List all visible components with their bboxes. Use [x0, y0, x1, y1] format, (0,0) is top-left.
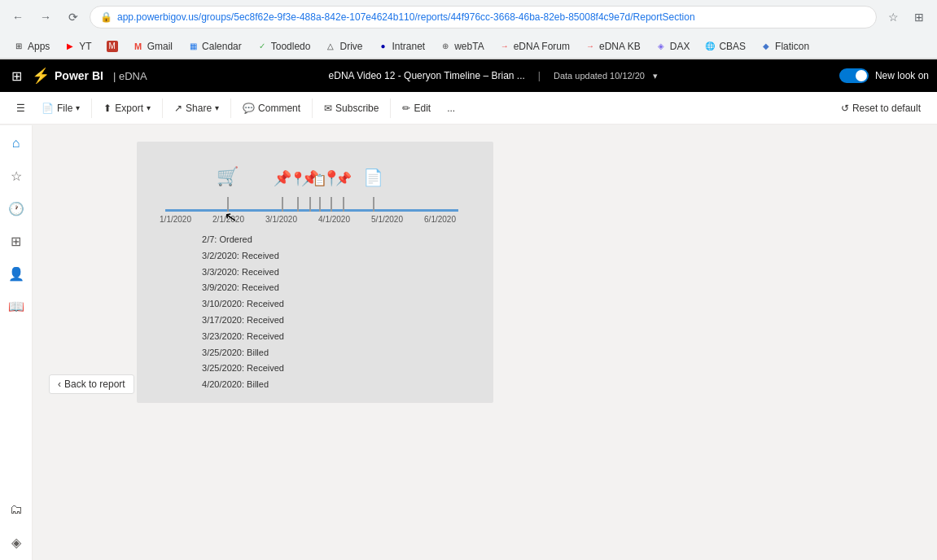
blue-pin-icon-1: 📌 [274, 171, 291, 186]
bookmark-dax[interactable]: ◈ DAX [649, 38, 697, 55]
toolbar-divider-1 [91, 98, 92, 118]
more-options-button[interactable]: ... [440, 99, 462, 117]
data-updated-chevron[interactable]: ▾ [653, 71, 658, 81]
sidebar-item-apps[interactable]: ⊞ [2, 226, 31, 256]
callout-ordered: 2/7: Ordered [202, 232, 477, 248]
share-button[interactable]: ↗ Share ▾ [168, 99, 225, 117]
address-bar[interactable]: 🔒 app.powerbigov.us/groups/5ec8f62e-9f3e… [90, 6, 877, 28]
bookmark-apps[interactable]: ⊞ Apps [7, 38, 56, 55]
cart-icon: 🛒 [217, 168, 239, 186]
gmail-icon: M [133, 41, 144, 52]
cbas-icon: 🌐 [704, 41, 716, 52]
sidebar-item-workspaces[interactable]: 🗂 [2, 495, 31, 524]
powerbi-logo-text: Power BI [55, 69, 103, 82]
yt-icon: ▶ [64, 41, 76, 52]
back-to-report-label: Back to report [64, 378, 125, 390]
sidebar-item-recent[interactable]: 🕐 [2, 194, 31, 223]
new-look-toggle[interactable] [839, 68, 869, 83]
bookmark-flaticon[interactable]: ◆ Flaticon [754, 38, 816, 55]
toolbar-divider-5 [390, 98, 391, 118]
sidebar-item-favorites[interactable]: ☆ [2, 161, 31, 190]
waffle-menu[interactable]: ⊞ [8, 65, 25, 87]
callout-item-2: 3/3/2020: Received [202, 265, 477, 281]
extensions-button[interactable]: ⊞ [908, 6, 930, 28]
axis-label-may: 5/1/2020 [371, 215, 424, 224]
bookmark-toodledo[interactable]: ✓ Toodledo [250, 38, 317, 55]
browser-toolbar: ← → ⟳ 🔒 app.powerbigov.us/groups/5ec8f62… [0, 0, 937, 34]
bookmark-m0[interactable]: M [100, 38, 125, 55]
bookmark-calendar[interactable]: ▦ Calendar [181, 38, 248, 55]
timeline-visual[interactable]: 🛒 📌 📍 📌 [137, 142, 493, 403]
back-to-report-button[interactable]: ‹ Back to report [49, 374, 134, 394]
subscribe-button[interactable]: ✉ Subscribe [317, 99, 385, 117]
browser-chrome: ← → ⟳ 🔒 app.powerbigov.us/groups/5ec8f62… [0, 0, 937, 59]
marker-stem-3 [297, 197, 299, 212]
callout-item-9: 4/20/2020: Billed [202, 377, 477, 393]
marker-stem-4 [309, 197, 311, 212]
reset-icon: ↺ [841, 103, 849, 114]
callout-item-4: 3/10/2020: Received [202, 296, 477, 313]
axis-label-jun: 6/1/2020 [424, 215, 477, 224]
bookmark-yt-label: YT [79, 41, 91, 52]
new-look-label: New look on [875, 70, 929, 81]
marker-stem-8 [373, 197, 374, 212]
toodledo-icon: ✓ [256, 41, 268, 52]
bookmark-yt[interactable]: ▶ YT [58, 38, 98, 55]
export-chevron: ▾ [147, 103, 151, 112]
reset-label: Reset to default [852, 103, 921, 114]
browser-icons: ☆ ⊞ [882, 6, 930, 28]
edna-kb-icon: → [585, 41, 596, 52]
back-button[interactable]: ← [7, 6, 29, 28]
drive-icon: △ [325, 41, 336, 52]
refresh-button[interactable]: ⟳ [62, 6, 85, 28]
bookmark-cbas[interactable]: 🌐 CBAS [698, 38, 752, 55]
export-label: Export [115, 103, 143, 114]
sidebar-item-shared[interactable]: 👤 [2, 259, 31, 288]
axis-label-apr: 4/1/2020 [318, 215, 371, 224]
app-wrapper: ← → ⟳ 🔒 app.powerbigov.us/groups/5ec8f62… [0, 0, 937, 560]
bookmark-intranet-label: Intranet [392, 41, 425, 52]
marker-stem-6 [331, 197, 332, 212]
report-container: ‹ Back to report 🛒 📌 [33, 125, 937, 560]
title-separator: | [538, 70, 541, 81]
bookmark-dax-label: DAX [670, 41, 690, 52]
sidebar-item-learn[interactable]: 📖 [2, 291, 31, 321]
forward-button[interactable]: → [34, 6, 57, 28]
callout-item-8: 3/25/2020: Received [202, 361, 477, 377]
bookmark-drive[interactable]: △ Drive [318, 38, 369, 55]
file-icon: 📄 [42, 103, 54, 114]
bookmark-gmail-label: Gmail [147, 41, 173, 52]
edit-button[interactable]: ✏ Edit [396, 99, 437, 117]
edit-icon: ✏ [402, 103, 410, 114]
hamburger-menu-button[interactable]: ☰ [10, 99, 32, 117]
callout-prefix: 2/7: [202, 234, 219, 244]
left-sidebar: ⌂ ☆ 🕐 ⊞ 👤 📖 🗂 ◈ [0, 125, 33, 560]
bookmark-webtag-label: webTA [454, 41, 484, 52]
share-label: Share [186, 103, 212, 114]
comment-button[interactable]: 💬 Comment [236, 99, 307, 117]
bookmark-edna-forum[interactable]: → eDNA Forum [493, 38, 576, 55]
file-button[interactable]: 📄 File ▾ [35, 99, 86, 117]
sidebar-item-dataflows[interactable]: ◈ [2, 527, 31, 557]
marker-stem-2 [282, 197, 283, 212]
bookmark-edna-kb[interactable]: → eDNA KB [578, 38, 647, 55]
powerbi-report-title: eDNA Video 12 - Queryon Timeline – Brian… [329, 70, 525, 81]
reset-to-default-button[interactable]: ↺ Reset to default [834, 99, 927, 117]
toolbar-divider-2 [162, 98, 163, 118]
comment-icon: 💬 [243, 103, 255, 114]
callout-item-5: 3/17/2020: Received [202, 313, 477, 329]
bookmark-flaticon-label: Flaticon [775, 41, 809, 52]
callout-item-7: 3/25/2020: Billed [202, 345, 477, 361]
callout-item-3: 3/9/2020: Received [202, 280, 477, 296]
export-button[interactable]: ⬆ Export ▾ [97, 99, 157, 117]
apps-icon: ⊞ [13, 41, 24, 52]
bookmark-intranet[interactable]: ● Intranet [370, 38, 431, 55]
powerbi-topbar: ⊞ ⚡ Power BI | eDNA eDNA Video 12 - Quer… [0, 59, 937, 92]
bookmark-webtag[interactable]: ⊕ webTA [433, 38, 490, 55]
marker-stem-1 [227, 197, 229, 212]
sidebar-item-home[interactable]: ⌂ [2, 129, 31, 158]
bookmark-star-button[interactable]: ☆ [882, 6, 904, 28]
bookmark-gmail[interactable]: M Gmail [126, 38, 179, 55]
dax-icon: ◈ [655, 41, 667, 52]
intranet-icon: ● [377, 41, 388, 52]
